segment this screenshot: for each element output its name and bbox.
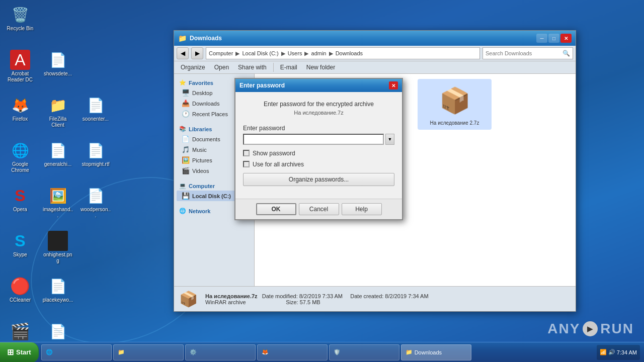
bc-admin: admin xyxy=(311,50,327,56)
music-icon: 🎵 xyxy=(182,146,190,153)
archive-file-icon: 📦 xyxy=(435,83,475,118)
showsdesk-icon: 📄 xyxy=(48,50,68,70)
clock: 7:34 AM xyxy=(617,349,637,355)
back-button[interactable]: ◀ xyxy=(177,47,189,59)
skype-icon: S xyxy=(10,231,30,251)
stopmight-icon: 📄 xyxy=(86,140,106,160)
desktop-icon-chrome[interactable]: 🌐 Google Chrome xyxy=(3,138,38,184)
archive-file-name: На иследование 2.7z xyxy=(430,120,479,126)
desktop-icon-onhighest[interactable]: onhighest.png xyxy=(40,229,75,274)
recent-icon: 🕐 xyxy=(182,110,190,118)
desktop-icon-ccleaner[interactable]: 🔴 CCleaner xyxy=(3,274,38,319)
desktop-icon-generalchill[interactable]: 📄 generalchi... xyxy=(40,138,75,184)
taskbar-right: 📶 🔊 7:34 AM xyxy=(593,345,644,360)
explorer-titlebar[interactable]: 📁 Downloads ─ □ ✕ xyxy=(174,31,576,46)
bc-localdisk: Local Disk (C:) xyxy=(242,50,278,56)
desktop-icon-imageshand[interactable]: 🖼️ imageshand... xyxy=(40,184,75,229)
share-with-menu[interactable]: Share with xyxy=(234,62,271,72)
imageshand-icon: 🖼️ xyxy=(48,186,68,206)
open-menu[interactable]: Open xyxy=(210,62,233,72)
search-input[interactable] xyxy=(486,50,562,56)
status-filename-text: На иследование.7z xyxy=(205,293,258,299)
close-button[interactable]: ✕ xyxy=(560,34,572,43)
taskbar-ie-icon: 🌐 xyxy=(46,349,53,355)
desktop-icon-stopmight[interactable]: 📄 stopmight.rtf xyxy=(78,138,113,184)
ok-button[interactable]: OK xyxy=(256,203,296,215)
desktop-folder-icon: 🖥️ xyxy=(182,89,190,97)
recycle-bin-label: Recycle Bin xyxy=(7,26,34,32)
desktop-icon-woodperson[interactable]: 📄 woodperson... xyxy=(78,184,113,229)
desktop-icon-recycle-bin[interactable]: 🗑️ Recycle Bin xyxy=(3,3,38,48)
taskbar-shield-button[interactable]: 🛡️ xyxy=(329,344,399,360)
start-label: Start xyxy=(16,348,31,356)
generalchill-icon: 📄 xyxy=(48,140,68,160)
generalchill-label: generalchi... xyxy=(44,161,71,167)
window-controls: ─ □ ✕ xyxy=(536,34,572,43)
search-box[interactable]: 🔍 xyxy=(482,47,573,59)
status-file-size: Size: 57.5 MB xyxy=(286,299,320,305)
windows-logo: ⊞ xyxy=(7,347,14,357)
status-date-modified: Date modified: 8/2/2019 7:33 AM xyxy=(262,293,343,299)
taskbar-settings-button[interactable]: ⚙️ xyxy=(185,344,256,360)
use-for-all-label: Use for all archives xyxy=(253,161,304,168)
taskbar-firefox-button[interactable]: 🦊 xyxy=(257,344,328,360)
start-button[interactable]: ⊞ Start xyxy=(0,342,39,363)
desktop-icon-opera[interactable]: S Opera xyxy=(3,184,38,229)
forward-button[interactable]: ▶ xyxy=(191,47,203,59)
taskbar-shield-icon: 🛡️ xyxy=(334,349,341,355)
woodperson-icon: 📄 xyxy=(86,186,106,206)
anyrun-play-icon: ▶ xyxy=(583,321,598,336)
show-password-row[interactable]: Show password xyxy=(243,150,394,157)
filezilla-icon: 📁 xyxy=(48,95,68,115)
taskbar-items: 🌐 📁 ⚙️ 🦊 🛡️ 📁 Downloads xyxy=(41,344,593,360)
file-item-archive[interactable]: 📦 На иследование 2.7z xyxy=(418,79,492,130)
help-button[interactable]: Help xyxy=(342,203,382,215)
password-input[interactable] xyxy=(243,134,384,145)
organize-passwords-button[interactable]: Organize passwords... xyxy=(243,173,394,186)
use-for-all-checkbox[interactable] xyxy=(243,161,250,167)
address-bar[interactable]: Computer ▶ Local Disk (C:) ▶ Users ▶ adm… xyxy=(206,47,480,59)
taskbar-ie-button[interactable]: 🌐 xyxy=(41,344,112,360)
desktop-icon-skype[interactable]: S Skype xyxy=(3,229,38,274)
desktop-icon-firefox[interactable]: 🦊 Firefox xyxy=(3,93,38,138)
network-icon: 🌐 xyxy=(179,208,186,214)
dialog-titlebar[interactable]: Enter password ✕ xyxy=(235,79,402,92)
pictures-icon: 🖼️ xyxy=(182,156,190,164)
desktop-icon-soonenter[interactable]: 📄 soonenter... xyxy=(78,93,113,138)
show-password-checkbox[interactable] xyxy=(243,150,250,156)
organize-menu[interactable]: Organize xyxy=(177,62,209,72)
taskbar-firefox-icon: 🦊 xyxy=(262,349,269,355)
desktop: 🗑️ Recycle Bin A Acrobat Reader DC 📄 sho… xyxy=(0,0,644,362)
taskbar-downloads-icon: 📁 xyxy=(406,349,413,355)
new-folder-menu[interactable]: New folder xyxy=(302,62,339,72)
videos-icon: 🎬 xyxy=(182,167,190,174)
use-for-all-row[interactable]: Use for all archives xyxy=(243,161,394,168)
onhighest-icon xyxy=(48,231,68,251)
desktop-icon-acrobat[interactable]: A Acrobat Reader DC xyxy=(3,48,38,93)
desktop-icon-placekeywo[interactable]: 📄 placekeywo... xyxy=(40,274,75,319)
desktop-icon-filezilla[interactable]: 📁 FileZilla Client xyxy=(40,93,75,138)
cancel-button[interactable]: Cancel xyxy=(299,203,339,215)
recycle-bin-icon: 🗑️ xyxy=(10,5,30,25)
desktop-icon-showsdesk[interactable]: 📄 showsdete... xyxy=(40,48,75,93)
showsdesk-label: showsdete... xyxy=(44,71,72,77)
password-dropdown-button[interactable]: ▼ xyxy=(385,134,394,145)
soonenter-icon: 📄 xyxy=(86,95,106,115)
dialog-subtitle: Enter password for the encrypted archive xyxy=(243,100,394,109)
status-bar: 📦 На иследование.7z Date modified: 8/2/2… xyxy=(174,286,576,311)
onhighest-label: onhighest.png xyxy=(42,252,73,264)
password-dialog: Enter password ✕ Enter password for the … xyxy=(234,78,403,220)
minimize-button[interactable]: ─ xyxy=(536,34,547,43)
dialog-password-field: Enter password ▼ xyxy=(243,125,394,145)
documents-icon: 📄 xyxy=(182,135,190,143)
acrobat-label: Acrobat Reader DC xyxy=(5,71,36,83)
menu-bar: Organize Open Share with E-mail New fold… xyxy=(174,61,576,74)
dialog-close-button[interactable]: ✕ xyxy=(389,81,398,89)
taskbar-explorer-button[interactable]: 📁 xyxy=(113,344,184,360)
email-menu[interactable]: E-mail xyxy=(276,62,301,72)
maximize-button[interactable]: □ xyxy=(548,34,559,43)
chrome-label: Google Chrome xyxy=(5,161,36,173)
taskbar-downloads-button[interactable]: 📁 Downloads xyxy=(401,344,471,360)
soonenter-label: soonenter... xyxy=(83,116,109,122)
placekeywo-icon: 📄 xyxy=(48,276,68,296)
